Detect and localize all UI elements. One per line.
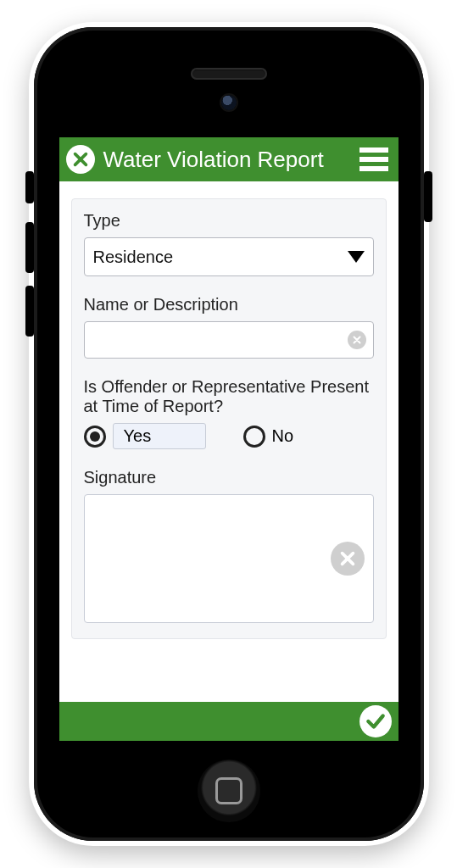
check-icon: [365, 710, 387, 732]
present-radio-group: Yes No: [84, 423, 374, 449]
radio-icon: [243, 426, 265, 448]
device-mute-switch: [25, 171, 34, 203]
device-camera: [221, 95, 237, 110]
app-footer: [59, 702, 398, 741]
phone-frame: Water Violation Report Type Residence: [34, 27, 424, 841]
name-desc-input-wrapper: [84, 321, 374, 359]
present-label: Is Offender or Representative Present at…: [84, 377, 374, 416]
device-home-button: [198, 760, 260, 822]
device-volume-up: [25, 222, 34, 273]
field-type: Type Residence: [84, 211, 374, 276]
home-icon: [215, 777, 242, 804]
clear-input-button[interactable]: [348, 331, 366, 349]
close-icon: [338, 549, 357, 568]
signature-clear-button[interactable]: [331, 542, 365, 576]
form-panel: Type Residence Name or Description: [71, 198, 387, 639]
device-speaker: [191, 68, 267, 80]
field-signature: Signature: [84, 468, 374, 623]
menu-button[interactable]: [356, 144, 392, 175]
field-present: Is Offender or Representative Present at…: [84, 377, 374, 449]
device-power-button: [424, 171, 432, 222]
app-screen: Water Violation Report Type Residence: [59, 137, 398, 741]
form-body: Type Residence Name or Description: [59, 181, 398, 656]
name-desc-label: Name or Description: [84, 295, 374, 314]
hamburger-icon: [359, 147, 388, 153]
type-label: Type: [84, 211, 374, 231]
field-name-description: Name or Description: [84, 295, 374, 359]
signature-label: Signature: [84, 468, 374, 487]
page-title: Water Violation Report: [95, 147, 356, 173]
radio-icon: [84, 426, 106, 448]
app-header: Water Violation Report: [59, 137, 398, 181]
type-select[interactable]: Residence: [84, 237, 374, 276]
device-mockup: Water Violation Report Type Residence: [0, 0, 457, 868]
close-icon: [352, 335, 362, 345]
device-volume-down: [25, 286, 34, 337]
present-no-label: No: [272, 426, 294, 446]
name-desc-input[interactable]: [85, 322, 373, 358]
signature-pad[interactable]: [84, 494, 374, 623]
present-radio-no[interactable]: No: [243, 426, 294, 448]
close-button[interactable]: [66, 145, 95, 174]
chevron-down-icon: [348, 251, 365, 263]
present-yes-label: Yes: [113, 423, 206, 449]
type-selected-value: Residence: [93, 248, 174, 267]
present-radio-yes[interactable]: Yes: [84, 423, 243, 449]
submit-button[interactable]: [359, 705, 392, 737]
close-icon: [71, 150, 90, 169]
